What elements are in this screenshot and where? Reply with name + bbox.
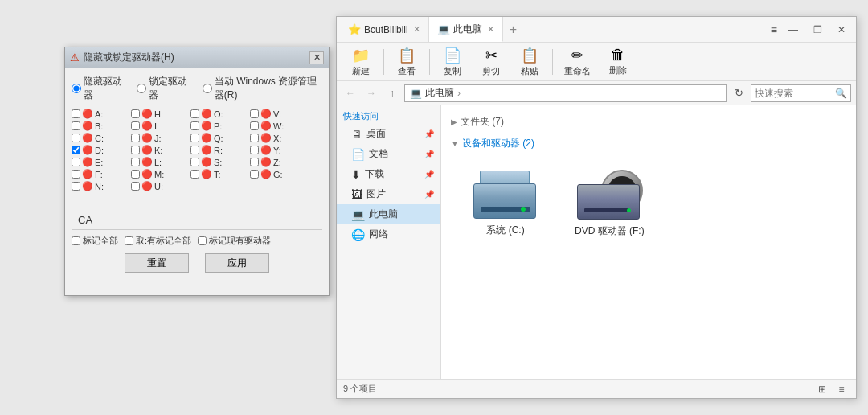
search-icon[interactable]: 🔍 (835, 88, 847, 99)
drive-checkbox-H[interactable] (131, 109, 140, 118)
drive-check-G[interactable]: 🔴G: (250, 169, 306, 179)
drive-checkbox-L[interactable] (131, 158, 140, 166)
drive-check-F[interactable]: 🔴F: (72, 169, 128, 179)
view-button[interactable]: 📋 查看 (389, 45, 424, 79)
quick-access-header[interactable]: 快速访问 (337, 105, 440, 124)
new-button[interactable]: 📁 新建 (343, 45, 379, 79)
sidebar-item-downloads[interactable]: ⬇ 下载 📌 (337, 164, 440, 184)
drive-check-Z[interactable]: 🔴Z: (250, 157, 306, 167)
drive-check-Q[interactable]: 🔴Q: (190, 133, 247, 143)
sidebar-item-pictures[interactable]: 🖼 图片 📌 (337, 184, 440, 204)
dvd-drive-item[interactable]: DVD DVD 驱动器 (F:) (568, 163, 651, 244)
drive-check-A[interactable]: 🔴A: (72, 109, 128, 119)
folders-section-header[interactable]: ▶ 文件夹 (7) (451, 112, 846, 134)
radio-manage[interactable]: 当动 Windows 资源管理器(R) (203, 75, 322, 102)
tab-this-pc[interactable]: 💻 此电脑 ✕ (429, 17, 503, 42)
drive-checkbox-E[interactable] (72, 158, 80, 166)
radio-hide[interactable]: 隐藏驱动器 (72, 75, 124, 102)
reset-button[interactable]: 重置 (125, 253, 189, 273)
restore-button[interactable]: ❐ (806, 21, 829, 39)
drive-checkbox-J[interactable] (131, 134, 140, 142)
drive-check-L[interactable]: 🔴L: (131, 157, 187, 167)
paste-button[interactable]: 📋 粘贴 (512, 45, 547, 79)
dialog-close-button[interactable]: ✕ (309, 51, 324, 64)
devices-section-header[interactable]: ▼ 设备和驱动器 (2) (451, 134, 846, 155)
drive-checkbox-M[interactable] (131, 170, 140, 179)
drive-checkbox-C[interactable] (72, 134, 80, 142)
tab1-close-icon[interactable]: ✕ (413, 24, 420, 35)
rename-button[interactable]: ✏ 重命名 (558, 45, 597, 79)
drive-check-D[interactable]: 🔴D: (72, 145, 128, 155)
drive-checkbox-F[interactable] (72, 170, 80, 179)
drive-checkbox-O[interactable] (190, 109, 199, 118)
check-all-input[interactable] (72, 236, 80, 245)
tab2-close-icon[interactable]: ✕ (487, 24, 494, 35)
radio-lock-input[interactable] (137, 84, 146, 93)
drive-checkbox-D[interactable] (72, 146, 80, 154)
drive-check-E[interactable]: 🔴E: (72, 157, 128, 167)
minimize-button[interactable]: — (782, 21, 805, 39)
close-button[interactable]: ✕ (830, 21, 853, 39)
back-button[interactable]: ← (342, 84, 359, 102)
drive-check-N[interactable]: 🔴N: (72, 181, 128, 191)
drive-check-Y[interactable]: 🔴Y: (250, 145, 306, 155)
check-all[interactable]: 标记全部 (72, 235, 118, 247)
check-current-input[interactable] (198, 236, 207, 245)
drive-checkbox-G[interactable] (250, 170, 259, 179)
drive-checkbox-T[interactable] (190, 170, 199, 179)
list-view-button[interactable]: ≡ (833, 382, 850, 397)
drive-checkbox-X[interactable] (250, 134, 259, 142)
radio-manage-input[interactable] (203, 84, 212, 93)
drive-check-B[interactable]: 🔴B: (72, 121, 128, 131)
drive-check-M[interactable]: 🔴M: (131, 169, 187, 179)
sidebar-item-this-pc[interactable]: 💻 此电脑 (337, 204, 440, 224)
search-input[interactable] (755, 88, 835, 99)
drive-check-S[interactable]: 🔴S: (190, 157, 247, 167)
cut-button[interactable]: ✂ 剪切 (473, 45, 509, 79)
tab-bcutbilibili[interactable]: ⭐ BcutBilibili ✕ (340, 17, 429, 42)
drive-checkbox-K[interactable] (131, 146, 140, 154)
up-button[interactable]: ↑ (383, 84, 401, 102)
delete-button[interactable]: 🗑 删除 (600, 45, 636, 78)
copy-button[interactable]: 📄 复制 (435, 45, 470, 79)
drive-check-K[interactable]: 🔴K: (131, 145, 187, 155)
drive-check-U[interactable]: 🔴U: (131, 181, 187, 191)
drive-check-I[interactable]: 🔴I: (131, 121, 187, 131)
drive-check-W[interactable]: 🔴W: (250, 121, 306, 131)
radio-hide-input[interactable] (72, 84, 81, 93)
drive-checkbox-P[interactable] (190, 121, 199, 130)
drive-checkbox-Z[interactable] (250, 158, 259, 166)
forward-button[interactable]: → (362, 84, 380, 102)
drive-checkbox-A[interactable] (72, 109, 80, 118)
large-icons-view-button[interactable]: ⊞ (814, 382, 830, 397)
new-tab-button[interactable]: + (503, 23, 523, 37)
drive-checkbox-V[interactable] (250, 109, 259, 118)
sidebar-item-network[interactable]: 🌐 网络 (337, 224, 440, 244)
radio-lock[interactable]: 锁定驱动器 (137, 75, 189, 102)
drive-check-J[interactable]: 🔴J: (131, 133, 187, 143)
drive-checkbox-S[interactable] (190, 158, 199, 166)
refresh-button[interactable]: ↻ (730, 84, 747, 102)
drive-checkbox-W[interactable] (250, 121, 259, 130)
address-path[interactable]: 💻 此电脑 › (404, 84, 727, 102)
drive-check-H[interactable]: 🔴H: (131, 109, 187, 119)
drive-checkbox-U[interactable] (131, 182, 140, 191)
drive-checkbox-B[interactable] (72, 121, 80, 130)
drive-checkbox-I[interactable] (131, 121, 140, 130)
drive-check-V[interactable]: 🔴V: (250, 109, 306, 119)
drive-checkbox-R[interactable] (190, 146, 199, 154)
check-marked-input[interactable] (125, 236, 133, 245)
drive-check-C[interactable]: 🔴C: (72, 133, 128, 143)
check-current[interactable]: 标记现有驱动器 (198, 235, 271, 247)
drive-checkbox-Y[interactable] (250, 146, 259, 154)
c-drive-item[interactable]: 系统 (C:) (467, 164, 544, 244)
check-marked[interactable]: 取:有标记全部 (125, 235, 191, 247)
drive-check-X[interactable]: 🔴X: (250, 133, 306, 143)
drive-check-T[interactable]: 🔴T: (190, 169, 247, 179)
drive-check-O[interactable]: 🔴O: (190, 109, 247, 119)
sidebar-item-desktop[interactable]: 🖥 桌面 📌 (337, 124, 440, 144)
drive-checkbox-Q[interactable] (190, 134, 199, 142)
drive-check-R[interactable]: 🔴R: (190, 145, 247, 155)
drive-check-P[interactable]: 🔴P: (190, 121, 247, 131)
drive-checkbox-N[interactable] (72, 182, 80, 191)
